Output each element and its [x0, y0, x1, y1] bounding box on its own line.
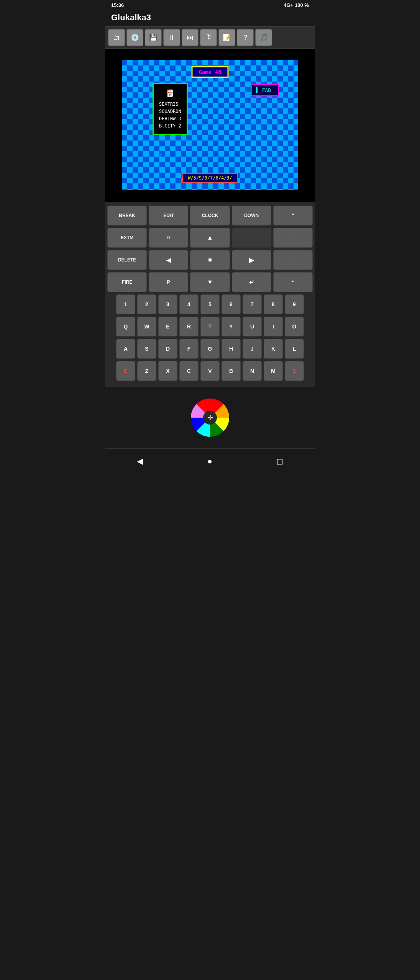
back-button[interactable]: ◀ — [129, 454, 151, 469]
open-button[interactable]: 🗂 — [108, 29, 125, 46]
game-fab-box: ▌ FAB_ — [251, 84, 279, 96]
key-caps[interactable]: C — [116, 361, 135, 381]
key-1[interactable]: 1 — [116, 294, 135, 314]
key-sym[interactable]: S — [285, 361, 304, 381]
key-h[interactable]: H — [221, 339, 241, 359]
game-title-box: Game 48 — [191, 66, 228, 78]
home-button[interactable]: ● — [200, 454, 220, 469]
key-row-3: DELETE ◀ ■ ▶ , — [107, 250, 313, 270]
key-g[interactable]: G — [200, 339, 220, 359]
key-q[interactable]: Q — [116, 317, 135, 336]
key-m[interactable]: M — [264, 361, 283, 381]
empty-key-1 — [232, 228, 271, 248]
signal-indicator: 4G+ — [284, 2, 293, 8]
key-x[interactable]: X — [158, 361, 177, 381]
key-2[interactable]: 2 — [137, 294, 156, 314]
menu-card-icon: 🃏 — [159, 88, 181, 99]
key-s[interactable]: S — [137, 339, 156, 359]
pause-button[interactable]: ⏸ — [163, 29, 180, 46]
fab-label: FAB_ — [262, 87, 274, 93]
fire-key[interactable]: FIRE — [107, 272, 147, 292]
up-arrow-key[interactable]: ▲ — [190, 228, 230, 248]
period-key[interactable]: . — [273, 228, 313, 248]
left-arrow-key[interactable]: ◀ — [149, 250, 188, 270]
zero-key[interactable]: 0 — [149, 228, 188, 248]
key-4[interactable]: 4 — [179, 294, 199, 314]
save-button[interactable]: 💾 — [145, 29, 162, 46]
menu-line-1: SEXTRIS — [159, 101, 181, 108]
status-time: 15:36 — [111, 2, 124, 8]
key-b[interactable]: B — [221, 361, 241, 381]
quote-key[interactable]: " — [273, 206, 313, 225]
key-row-2: EXTM 0 ▲ . — [107, 228, 313, 248]
key-9[interactable]: 9 — [285, 294, 304, 314]
key-n[interactable]: N — [243, 361, 262, 381]
key-row-4: FIRE P ▼ ↵ * — [107, 272, 313, 292]
key-6[interactable]: 6 — [221, 294, 241, 314]
menu-line-2: SQUADRON — [159, 108, 181, 115]
key-7[interactable]: 7 — [243, 294, 262, 314]
key-o[interactable]: O — [285, 317, 304, 336]
key-y[interactable]: Y — [221, 317, 241, 336]
joystick-area: ✛ — [105, 387, 315, 448]
extm-key[interactable]: EXTM — [107, 228, 147, 248]
key-w[interactable]: W — [137, 317, 156, 336]
key-d[interactable]: D — [158, 339, 177, 359]
joystick[interactable]: ✛ — [191, 399, 229, 437]
a-row: A S D F G H J K L — [107, 339, 313, 359]
key-i[interactable]: I — [264, 317, 283, 336]
right-arrow-key[interactable]: ▶ — [232, 250, 271, 270]
music-button[interactable]: 🎵 — [255, 29, 272, 46]
key-k[interactable]: K — [264, 339, 283, 359]
key-5[interactable]: 5 — [200, 294, 220, 314]
recent-button[interactable]: ◻ — [269, 454, 291, 469]
mc-label: MC — [156, 153, 162, 159]
key-l[interactable]: L — [285, 339, 304, 359]
fast-forward-button[interactable]: ⏭ — [182, 29, 199, 46]
q-row: Q W E R T Y U I O — [107, 317, 313, 336]
fab-cursor: ▌ — [256, 87, 259, 93]
edit-button[interactable]: 📝 — [218, 29, 235, 46]
menu-line-4: B.CITY 2 — [159, 122, 181, 130]
key-8[interactable]: 8 — [264, 294, 283, 314]
key-e[interactable]: E — [158, 317, 177, 336]
delete-key[interactable]: DELETE — [107, 250, 147, 270]
disc-button[interactable]: 💿 — [126, 29, 143, 46]
edit-key[interactable]: EDIT — [149, 206, 188, 225]
nav-bar: ◀ ● ◻ — [105, 448, 315, 474]
key-j[interactable]: J — [243, 339, 262, 359]
comma-key[interactable]: , — [273, 250, 313, 270]
key-t[interactable]: T — [200, 317, 220, 336]
app-title: Glukalka3 — [105, 10, 315, 26]
game-screen[interactable]: Game 48 🃏 SEXTRIS SQUADRON DEATHW.3 B.CI… — [122, 60, 298, 190]
p-key[interactable]: P — [149, 272, 188, 292]
game-screen-container: Game 48 🃏 SEXTRIS SQUADRON DEATHW.3 B.CI… — [105, 49, 315, 202]
z-row: C Z X C V B N M S — [107, 361, 313, 381]
key-a[interactable]: A — [116, 339, 135, 359]
key-z[interactable]: Z — [137, 361, 156, 381]
break-key[interactable]: BREAK — [107, 206, 147, 225]
stop-key[interactable]: ■ — [190, 250, 230, 270]
down-key[interactable]: DOWN — [232, 206, 271, 225]
status-bar: 15:36 4G+ 100 % — [105, 0, 315, 10]
game-menu-box: 🃏 SEXTRIS SQUADRON DEATHW.3 B.CITY 2 — [153, 83, 188, 135]
menu-line-3: DEATHW.3 — [159, 115, 181, 122]
key-c[interactable]: C — [179, 361, 199, 381]
star-key[interactable]: * — [273, 272, 313, 292]
num-row: 1 2 3 4 5 6 7 8 9 — [107, 294, 313, 314]
enter-key[interactable]: ↵ — [232, 272, 271, 292]
clock-key[interactable]: CLOCK — [190, 206, 230, 225]
help-button[interactable]: ? — [237, 29, 254, 46]
key-u[interactable]: U — [243, 317, 262, 336]
zx-background — [122, 60, 298, 190]
toolbar: 🗂 💿 💾 ⏸ ⏭ 🎛 📝 ? 🎵 — [105, 26, 315, 49]
key-row-1: BREAK EDIT CLOCK DOWN " — [107, 206, 313, 225]
key-v[interactable]: V — [200, 361, 220, 381]
key-3[interactable]: 3 — [158, 294, 177, 314]
joystick-center: ✛ — [203, 411, 217, 425]
settings-button[interactable]: 🎛 — [200, 29, 217, 46]
battery-indicator: 100 % — [295, 2, 309, 8]
key-r[interactable]: R — [179, 317, 199, 336]
down-arrow-key[interactable]: ▼ — [190, 272, 230, 292]
key-f[interactable]: F — [179, 339, 199, 359]
